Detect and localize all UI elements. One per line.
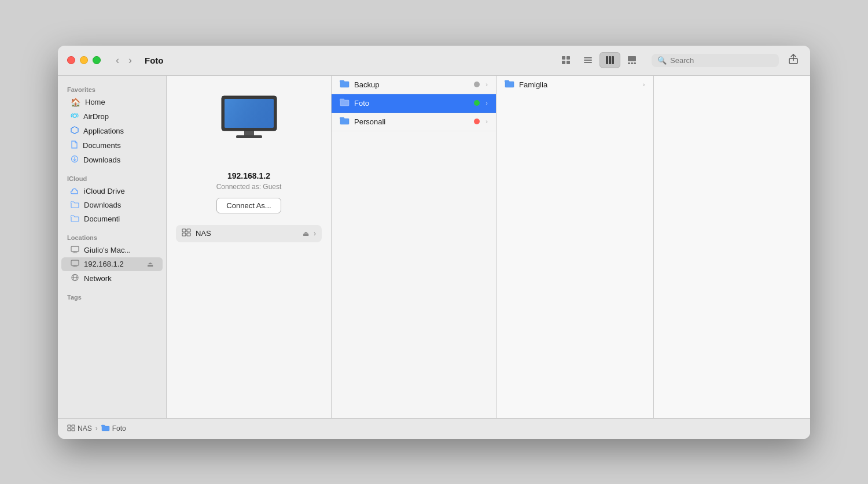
statusbar: NAS › Foto (58, 418, 810, 439)
sidebar-item-documenti[interactable]: Documenti (61, 212, 163, 226)
svg-rect-8 (609, 56, 611, 64)
sub-folder-name-famiglia: Famiglia (519, 80, 547, 89)
back-button[interactable]: ‹ (112, 53, 123, 68)
connect-as-button[interactable]: Connect As... (216, 198, 281, 213)
sidebar-label-downloads: Downloads (83, 156, 120, 164)
window-title: Foto (145, 56, 163, 65)
sub-folder-row-famiglia[interactable]: Famiglia › (496, 76, 653, 94)
empty-panel (654, 76, 811, 418)
folders-panel: Backup › Foto › (332, 76, 496, 418)
folder-name-personali: Personali (354, 117, 469, 126)
sidebar-item-giulios-mac[interactable]: Giulio's Mac... (61, 243, 163, 257)
sidebar-label-network: Network (84, 274, 112, 283)
nas-ip-icon (71, 260, 79, 269)
nas-ip-eject-icon[interactable]: ⏏ (147, 260, 153, 268)
folder-icon-personali (340, 117, 350, 127)
view-gallery-button[interactable] (621, 52, 642, 68)
sidebar-item-documents[interactable]: Documents (61, 138, 163, 153)
svg-rect-30 (187, 233, 190, 236)
svg-rect-1 (567, 56, 570, 60)
view-grid-button[interactable] (556, 52, 576, 68)
sidebar: Favorites 🏠 Home AirDrop (58, 76, 167, 418)
sidebar-item-home[interactable]: 🏠 Home (61, 95, 163, 109)
folder-status-foto (474, 100, 480, 106)
view-list-button[interactable] (578, 52, 598, 68)
folder-icon-backup (340, 80, 350, 90)
device-ip: 192.168.1.2 (227, 171, 270, 180)
svg-rect-7 (606, 56, 608, 64)
breadcrumb-separator: › (95, 424, 98, 433)
svg-rect-11 (628, 62, 630, 64)
svg-rect-0 (562, 56, 565, 60)
finder-window: ‹ › Foto (58, 46, 810, 439)
svg-rect-9 (612, 56, 614, 64)
folder-chevron-foto: › (486, 99, 488, 106)
folder-chevron-personali: › (486, 118, 488, 125)
nas-grid-icon (182, 228, 191, 239)
sidebar-item-applications[interactable]: Applications (61, 124, 163, 138)
nav-buttons: ‹ › (112, 53, 135, 68)
share-button[interactable] (786, 51, 801, 70)
svg-rect-2 (562, 61, 565, 64)
forward-button[interactable]: › (125, 53, 135, 68)
minimize-button[interactable] (80, 56, 88, 64)
svg-rect-26 (236, 135, 262, 138)
svg-rect-29 (182, 233, 186, 236)
airdrop-icon (71, 112, 79, 121)
svg-rect-24 (225, 99, 274, 128)
sidebar-section-icloud: iCloud (58, 172, 166, 184)
device-connected-as: Connected as: Guest (216, 183, 282, 191)
folder-name-backup: Backup (354, 80, 469, 89)
sidebar-label-airdrop: AirDrop (83, 112, 109, 121)
sidebar-item-nas-ip[interactable]: 192.168.1.2 ⏏ (61, 257, 163, 271)
folder-row-foto[interactable]: Foto › (332, 94, 496, 113)
sidebar-item-icloud-downloads[interactable]: Downloads (61, 198, 163, 212)
svg-rect-5 (584, 60, 592, 61)
network-icon (71, 274, 79, 283)
traffic-lights (67, 56, 101, 64)
breadcrumb-nas[interactable]: NAS (67, 424, 92, 433)
sidebar-item-airdrop[interactable]: AirDrop (61, 109, 163, 124)
nas-row[interactable]: NAS ⏏ › (176, 225, 322, 242)
breadcrumb-foto[interactable]: Foto (101, 424, 126, 433)
sidebar-item-downloads-fav[interactable]: Downloads (61, 153, 163, 167)
nas-label: NAS (196, 229, 298, 238)
folder-status-backup (474, 82, 480, 87)
folder-icon-foto (340, 98, 350, 108)
svg-rect-17 (71, 246, 79, 252)
content-area: Favorites 🏠 Home AirDrop (58, 76, 810, 418)
sidebar-section-locations: Locations (58, 231, 166, 243)
search-icon: 🔍 (657, 56, 667, 65)
maximize-button[interactable] (93, 56, 101, 64)
view-columns-button[interactable] (599, 52, 620, 68)
computer-icon (71, 246, 79, 255)
svg-rect-31 (68, 425, 71, 427)
svg-rect-4 (584, 57, 592, 58)
search-input[interactable] (670, 56, 773, 65)
search-bar[interactable]: 🔍 (652, 54, 779, 67)
sidebar-item-network[interactable]: Network (61, 271, 163, 286)
folder-row-backup[interactable]: Backup › (332, 76, 496, 94)
svg-rect-12 (631, 62, 633, 64)
folder-chevron-backup: › (486, 81, 488, 88)
svg-rect-18 (71, 260, 79, 265)
sidebar-label-documents: Documents (83, 141, 121, 150)
nas-eject-icon[interactable]: ⏏ (303, 230, 309, 238)
sidebar-section-favorites: Favorites (58, 83, 166, 95)
sidebar-item-icloud-drive[interactable]: iCloud Drive (61, 184, 163, 198)
device-panel: 192.168.1.2 Connected as: Guest Connect … (167, 76, 332, 418)
folder-row-personali[interactable]: Personali › (332, 113, 496, 131)
sub-folders-panel: Famiglia › (496, 76, 654, 418)
browser-panels: 192.168.1.2 Connected as: Guest Connect … (167, 76, 810, 418)
close-button[interactable] (67, 56, 75, 64)
svg-rect-25 (244, 131, 254, 135)
svg-rect-3 (567, 61, 570, 64)
device-monitor (219, 93, 279, 145)
svg-rect-34 (72, 428, 75, 431)
folder-icon-famiglia (505, 80, 514, 90)
sidebar-label-applications: Applications (83, 127, 124, 135)
svg-rect-32 (72, 425, 75, 427)
sidebar-section-tags: Tags (58, 290, 166, 303)
svg-rect-13 (634, 62, 636, 64)
icloud-drive-icon (71, 187, 79, 196)
